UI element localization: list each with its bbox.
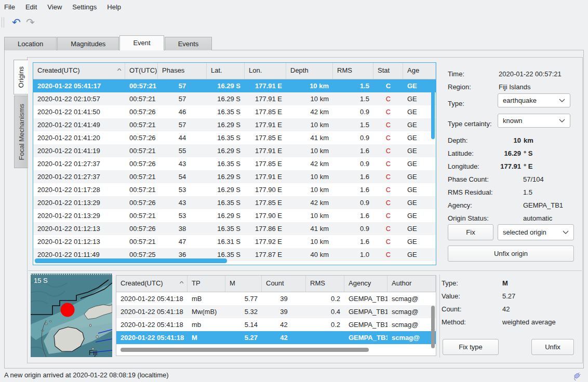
cell-tp: mb (188, 318, 225, 331)
origin-row[interactable]: 2020-01-22 01:27:3700:57:264316.35 S177.… (33, 157, 436, 170)
cell-rms: 1.6 (333, 209, 373, 222)
origin-row[interactable]: 2020-01-22 01:41:1900:57:215516.29 S177.… (33, 144, 436, 157)
cell-phases: 43 (158, 157, 207, 170)
origin-row[interactable]: 2020-01-22 02:10:5700:57:215716.29 S177.… (33, 92, 436, 105)
cell-rms: 0.2 (306, 318, 344, 331)
time-label: Time: (448, 67, 464, 80)
menu-help[interactable]: Help (107, 3, 121, 11)
origin-column-header-rms[interactable]: RMS (333, 63, 373, 79)
magnitude-column-header-created-utc[interactable]: Created(UTC)^ (116, 276, 188, 292)
cell-created-utc: 2020-01-22 01:41:20 (33, 131, 125, 144)
origins-vertical-scrollbar[interactable] (431, 81, 435, 139)
origins-table-body: 2020-01-22 05:41:1700:57:215716.29 S177.… (33, 79, 436, 261)
fix-mode-dropdown[interactable]: selected origin (498, 224, 574, 240)
cell-phases: 57 (158, 79, 207, 92)
event-type-dropdown[interactable]: earthquake (498, 93, 570, 107)
cell-lat: 16.29 S (207, 144, 245, 157)
cell-tp: M (188, 331, 225, 344)
magnitude-column-header-tp[interactable]: TP (188, 276, 225, 292)
menu-edit[interactable]: Edit (25, 3, 37, 11)
cell-author: scmag@ (387, 318, 436, 331)
cell-ot-utc: 00:57:26 (125, 196, 158, 209)
horizontal-splitter[interactable] (28, 270, 582, 271)
fix-type-button[interactable]: Fix type (443, 339, 499, 355)
unfix-magnitude-button[interactable]: Unfix (531, 339, 574, 355)
magnitude-type-value: M (502, 277, 585, 290)
magnitude-row[interactable]: 2020-01-22 05:41:18mB5.77390.2GEMPA_TB1s… (116, 292, 436, 305)
magnitudes-horizontal-scrollbar[interactable] (121, 348, 369, 352)
origin-row[interactable]: 2020-01-22 01:13:2900:57:264316.35 S177.… (33, 196, 436, 209)
status-message: A new origin arrived at 2020-01-22 08:08… (4, 371, 169, 379)
origin-column-header-stat[interactable]: Stat (373, 63, 403, 79)
cell-lat: 16.31 S (207, 235, 245, 248)
cell-lat: 16.29 S (207, 183, 245, 196)
cell-lat: 16.29 S (207, 170, 245, 183)
unfix-origin-button[interactable]: Unfix origin (448, 245, 574, 262)
cell-rms: 0.9 (333, 105, 373, 118)
column-header-label: RMS (310, 276, 325, 292)
origin-row[interactable]: 2020-01-22 01:12:1300:57:214716.31 S177.… (33, 235, 436, 248)
origin-column-header-phases[interactable]: Phases (158, 63, 207, 79)
origin-row[interactable]: 2020-01-22 01:12:1300:57:263816.35 S177.… (33, 222, 436, 235)
latitude-grid-label: 15 S (34, 277, 48, 284)
origin-row[interactable]: 2020-01-22 01:17:2800:57:215316.29 S177.… (33, 183, 436, 196)
magnitude-column-header-agency[interactable]: Agency (344, 276, 387, 292)
undo-button[interactable]: ↶ (9, 16, 23, 30)
magnitude-column-header-count[interactable]: Count (262, 276, 306, 292)
origin-column-header-created-utc[interactable]: Created(UTC)^ (33, 63, 125, 79)
origin-column-header-lon[interactable]: Lon. (245, 63, 286, 79)
cell-created-utc: 2020-01-22 05:41:18 (116, 318, 188, 331)
cell-depth: 10 km (286, 183, 333, 196)
magnitude-row[interactable]: 2020-01-22 05:41:18M5.2742GEMPA_TB1scmag… (116, 331, 436, 344)
cell-stat: C (373, 92, 403, 105)
cell-lon: 177.85 E (245, 131, 286, 144)
cell-ot-utc: 00:57:21 (125, 118, 158, 131)
origin-row[interactable]: 2020-01-22 01:27:3700:57:215416.29 S177.… (33, 170, 436, 183)
magnitude-row[interactable]: 2020-01-22 05:41:18mb5.14420.2GEMPA_TB1s… (116, 318, 436, 331)
magnitude-column-header-m[interactable]: M (225, 276, 262, 292)
undo-icon: ↶ (12, 17, 21, 28)
origin-column-header-ot-utc[interactable]: OT(UTC) (125, 63, 158, 79)
side-tab-focal-mechanisms[interactable]: Focal Mechanisms (14, 96, 28, 168)
origin-column-header-depth[interactable]: Depth (286, 63, 333, 79)
menu-file[interactable]: File (4, 3, 15, 11)
origin-row[interactable]: 2020-01-22 05:41:1700:57:215716.29 S177.… (33, 79, 436, 92)
menu-settings[interactable]: Settings (72, 3, 97, 11)
cell-depth: 10 km (286, 235, 333, 248)
region-label: Region: (448, 80, 471, 93)
menu-view[interactable]: View (47, 3, 62, 11)
cell-created-utc: 2020-01-22 05:41:18 (116, 292, 188, 305)
cell-phases: 57 (158, 118, 207, 131)
magnitude-column-header-rms[interactable]: RMS (306, 276, 344, 292)
magnitude-column-header-author[interactable]: Author (387, 276, 436, 292)
location-map[interactable]: 15 S Fiji (31, 274, 112, 357)
cell-stat: C (373, 222, 403, 235)
origin-column-header-lat[interactable]: Lat. (207, 63, 245, 79)
magnitudes-vertical-scrollbar[interactable] (431, 306, 435, 348)
cell-lat: 16.29 S (207, 209, 245, 222)
type-certainty-value: known (503, 117, 523, 125)
latitude-value: 16.29 (499, 147, 521, 160)
column-header-label: Author (392, 276, 411, 292)
origin-row[interactable]: 2020-01-22 01:41:4900:57:215716.29 S177.… (33, 118, 436, 131)
tab-location[interactable]: Location (4, 37, 57, 50)
type-certainty-dropdown[interactable]: known (498, 114, 570, 128)
cell-lon: 177.92 E (245, 235, 286, 248)
redo-button[interactable]: ↷ (23, 16, 37, 30)
rms-residual-label: RMS Residual: (448, 186, 493, 199)
toolbar-drag-handle[interactable] (2, 17, 4, 28)
origin-column-header-age[interactable]: Age (403, 63, 436, 79)
side-tab-origins[interactable]: Origins (14, 60, 28, 94)
origins-horizontal-scrollbar[interactable] (35, 258, 227, 263)
fix-button[interactable]: Fix (448, 224, 493, 240)
origin-row[interactable]: 2020-01-22 01:41:5000:57:264616.35 S177.… (33, 105, 436, 118)
origin-row[interactable]: 2020-01-22 01:41:2000:57:264416.35 S177.… (33, 131, 436, 144)
region-value: Fiji Islands (499, 80, 582, 93)
origin-row[interactable]: 2020-01-22 01:13:2900:57:215316.29 S177.… (33, 209, 436, 222)
tab-event[interactable]: Event (119, 35, 164, 50)
tab-events[interactable]: Events (165, 37, 212, 50)
tab-magnitudes[interactable]: Magnitudes (57, 37, 119, 50)
cell-author: scmag@ (387, 305, 436, 318)
cell-lon: 177.87 E (245, 248, 286, 261)
magnitude-row[interactable]: 2020-01-22 05:41:18Mw(mB)5.32390.4GEMPA_… (116, 305, 436, 318)
